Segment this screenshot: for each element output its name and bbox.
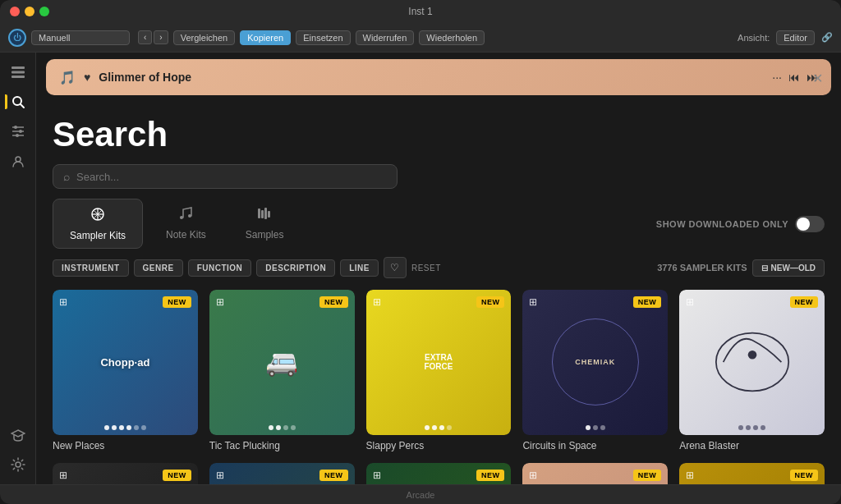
filter-line[interactable]: LINE — [340, 259, 379, 277]
paste-button[interactable]: Einsetzen — [296, 30, 350, 45]
filter-heart-button[interactable]: ♡ — [384, 257, 407, 278]
search-title: Search — [53, 115, 825, 154]
tab-note-kits[interactable]: Note Kits — [149, 199, 223, 249]
nav-forward-button[interactable]: › — [154, 30, 168, 44]
new-badge: NEW — [476, 296, 505, 308]
link-icon: 🔗 — [821, 32, 833, 43]
svg-rect-22 — [261, 210, 264, 218]
kit-thumb-circuits: CHEMIAK ⊞ NEW — [522, 290, 668, 435]
now-playing-icon: 🎵 — [59, 70, 76, 85]
more-options-icon[interactable]: ··· — [772, 71, 782, 84]
editor-button[interactable]: Editor — [776, 30, 815, 45]
search-icon: ⌕ — [63, 170, 70, 183]
prev-track-icon[interactable]: ⏮ — [788, 71, 800, 84]
filter-description[interactable]: DESCRIPTION — [256, 259, 335, 277]
main-layout: 🎵 ♥ Glimmer of Hope ··· ⏮ ⏭ ✕ Search ⌕ — [0, 53, 841, 484]
show-downloaded-label: SHOW DOWNLOADED ONLY — [656, 219, 788, 229]
svg-point-10 — [16, 134, 19, 137]
sidebar-icon-settings[interactable] — [5, 451, 31, 478]
power-button[interactable]: ⏻ — [8, 29, 26, 47]
new-badge: NEW — [633, 296, 662, 308]
svg-point-11 — [16, 157, 21, 162]
kit-thumb-arena: ⊞ NEW — [679, 290, 825, 435]
filter-function[interactable]: FUNCTION — [188, 259, 252, 277]
left-sidebar — [0, 53, 36, 484]
tab-sampler-kits-label: Sampler Kits — [70, 230, 126, 241]
kit-card-nos[interactable]: paradiso ⊞ NEW Nos Fuimos — [366, 463, 512, 484]
view-label: Ansicht: — [738, 33, 770, 43]
kit-card-circuits[interactable]: CHEMIAK ⊞ NEW Circuits in Space — [522, 290, 668, 451]
kit-thumb-nos: paradiso ⊞ NEW — [366, 463, 512, 484]
play-icon: ⊞ — [373, 296, 381, 308]
kit-card-arena[interactable]: ⊞ NEW Arena Blaster — [679, 290, 825, 451]
search-header: Search ⌕ — [36, 102, 841, 189]
kit-card-emerald[interactable]: PATTERNS ⊞ NEW Emerald Isle — [679, 463, 825, 484]
kit-name: Arena Blaster — [679, 440, 825, 451]
kit-dots — [679, 425, 825, 430]
now-playing-bar[interactable]: 🎵 ♥ Glimmer of Hope ··· ⏮ ⏭ ✕ — [46, 59, 831, 95]
tab-note-kits-label: Note Kits — [166, 229, 206, 241]
copy-button[interactable]: Kopieren — [240, 30, 291, 45]
play-icon: ⊞ — [529, 470, 537, 481]
sidebar-icon-user[interactable] — [5, 148, 31, 174]
tab-samples-label: Samples — [246, 229, 284, 241]
now-playing-heart: ♥ — [84, 71, 90, 84]
sort-icon: ⊟ — [761, 263, 768, 273]
toolbar-right: Ansicht: Editor 🔗 — [738, 30, 833, 45]
tab-sampler-kits[interactable]: Sampler Kits — [53, 199, 143, 249]
kit-thumb-soothe: hooked ⊞ NEW — [522, 463, 668, 484]
kit-card-new-places[interactable]: Chopp·ad ⊞ NEW New Places — [53, 290, 198, 451]
play-icon: ⊞ — [686, 296, 694, 308]
tab-samples[interactable]: Samples — [229, 199, 301, 249]
kit-dots — [53, 425, 198, 430]
window-title: Inst 1 — [408, 6, 432, 17]
redo-button[interactable]: Wiederholen — [419, 30, 485, 45]
filter-genre[interactable]: GENRE — [134, 259, 183, 277]
toolbar: ⏻ Manuell ‹ › Vergleichen Kopieren Einse… — [0, 23, 841, 53]
sidebar-icon-graduation[interactable] — [5, 422, 31, 448]
search-input[interactable] — [76, 171, 387, 183]
new-badge: NEW — [633, 470, 662, 481]
play-icon: ⊞ — [373, 470, 381, 481]
nav-back-button[interactable]: ‹ — [138, 30, 152, 44]
svg-point-25 — [715, 333, 788, 392]
sidebar-icon-layers[interactable] — [5, 59, 31, 85]
preset-select[interactable]: Manuell — [31, 30, 130, 45]
minimize-button[interactable] — [25, 7, 34, 16]
search-input-wrap[interactable]: ⌕ — [53, 164, 398, 189]
kit-card-dreamland[interactable]: lashes ⊞ NEW Dreamland — [209, 463, 355, 484]
sidebar-icon-search[interactable] — [5, 89, 31, 115]
svg-rect-1 — [11, 71, 25, 74]
filter-reset-button[interactable]: RESET — [411, 263, 441, 273]
kit-name: Circuits in Space — [522, 440, 668, 451]
svg-line-4 — [21, 104, 24, 108]
filter-instrument[interactable]: INSTRUMENT — [53, 259, 129, 277]
kit-card-busy[interactable]: BEATware ⊞ NEW Busy Body — [53, 463, 198, 484]
new-badge: NEW — [790, 470, 819, 481]
kit-card-tic-tac[interactable]: 🚐 ⊞ NEW Tic Tac Plucking — [209, 290, 355, 451]
play-icon: ⊞ — [216, 470, 224, 481]
sidebar-icon-sliders[interactable] — [5, 118, 31, 144]
svg-point-20 — [188, 214, 191, 218]
filter-row: INSTRUMENT GENRE FUNCTION DESCRIPTION LI… — [36, 249, 841, 286]
card-overlay-text: Chopp·ad — [100, 356, 149, 369]
downloaded-toggle[interactable] — [795, 216, 825, 232]
new-badge: NEW — [319, 470, 348, 481]
play-icon: ⊞ — [216, 296, 224, 308]
kit-dots — [209, 425, 355, 430]
show-downloaded-toggle[interactable]: SHOW DOWNLOADED ONLY — [656, 216, 825, 232]
close-button[interactable] — [10, 7, 20, 16]
kit-name: Slappy Percs — [366, 440, 512, 451]
compare-button[interactable]: Vergleichen — [173, 30, 236, 45]
svg-point-6 — [14, 126, 17, 129]
kit-card-soothe[interactable]: hooked ⊞ NEW Soothe — [522, 463, 668, 484]
kit-thumb-new-places: Chopp·ad ⊞ NEW — [53, 290, 198, 435]
close-now-playing-icon[interactable]: ✕ — [812, 71, 823, 86]
bottom-bar-title: Arcade — [407, 490, 435, 500]
kit-card-slappy[interactable]: EXTRAFORCE ⊞ NEW Slappy Percs — [366, 290, 512, 451]
undo-button[interactable]: Widerrufen — [356, 30, 415, 45]
svg-point-13 — [16, 462, 21, 467]
svg-point-26 — [747, 351, 756, 360]
sort-button[interactable]: ⊟ NEW—OLD — [752, 259, 825, 277]
maximize-button[interactable] — [39, 7, 49, 16]
